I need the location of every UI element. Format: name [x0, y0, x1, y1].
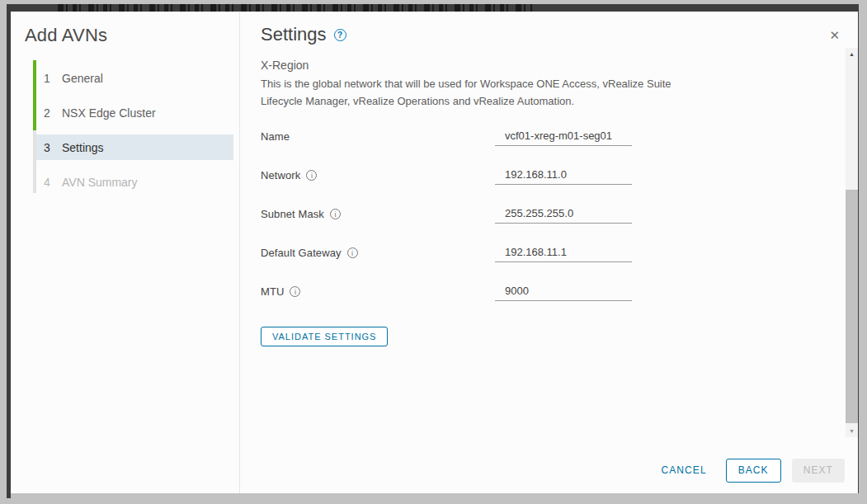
settings-panel: Settings ? X-Region This is the global n…: [240, 12, 858, 493]
background-page-text-fragment: [58, 4, 532, 12]
wizard-step-avn-summary: 4 AVN Summary: [11, 165, 239, 200]
info-icon[interactable]: i: [306, 170, 317, 181]
mtu-label: MTU: [261, 285, 284, 298]
wizard-steps: 1 General 2 NSX Edge Cluster 3 Settings …: [11, 61, 239, 200]
section-title: X-Region: [261, 59, 858, 72]
step-label: AVN Summary: [62, 176, 138, 189]
page-title-row: Settings ?: [261, 23, 858, 46]
close-icon[interactable]: ✕: [827, 27, 841, 43]
step-number: 2: [44, 106, 54, 120]
scrollbar[interactable]: ▲ ▼: [846, 48, 858, 437]
field-row-mtu: MTU i: [261, 283, 858, 303]
subnet-mask-label: Subnet Mask: [261, 208, 324, 220]
step-number: 4: [44, 176, 54, 189]
default-gateway-input[interactable]: [495, 244, 632, 262]
step-label: Settings: [62, 141, 104, 154]
field-row-subnet-mask: Subnet Mask i: [261, 205, 858, 225]
step-number: 1: [44, 72, 54, 85]
dialog-footer: CANCEL BACK NEXT: [240, 454, 858, 493]
wizard-step-settings[interactable]: 3 Settings: [36, 134, 233, 160]
modal-backdrop-edge: [7, 493, 11, 498]
settings-form: Name Network i Subnet Mask i: [261, 128, 858, 303]
info-icon[interactable]: i: [330, 209, 341, 219]
help-icon[interactable]: ?: [334, 29, 346, 41]
step-label: NSX Edge Cluster: [62, 106, 156, 120]
step-label: General: [62, 72, 103, 85]
network-label: Network: [261, 169, 300, 181]
scroll-up-icon[interactable]: ▲: [846, 48, 858, 60]
validate-settings-button[interactable]: VALIDATE SETTINGS: [261, 327, 388, 346]
scrollbar-thumb[interactable]: [846, 190, 858, 423]
info-icon[interactable]: i: [290, 286, 300, 297]
wizard-step-nsx-edge-cluster[interactable]: 2 NSX Edge Cluster: [11, 96, 239, 130]
network-input[interactable]: [495, 167, 632, 185]
cancel-button[interactable]: CANCEL: [662, 464, 707, 476]
back-button[interactable]: BACK: [726, 459, 781, 483]
section-description: This is the global network that will be …: [261, 75, 706, 110]
mtu-input[interactable]: [495, 283, 632, 301]
subnet-mask-input[interactable]: [495, 205, 632, 224]
field-row-network: Network i: [261, 167, 858, 186]
wizard-step-general[interactable]: 1 General: [11, 61, 239, 96]
step-number: 3: [44, 141, 54, 154]
next-button[interactable]: NEXT: [792, 459, 845, 483]
default-gateway-label: Default Gateway: [261, 247, 342, 259]
scroll-down-icon[interactable]: ▼: [846, 425, 858, 437]
name-label: Name: [261, 130, 290, 143]
dialog-title: Add AVNs: [11, 12, 239, 46]
page-title: Settings: [261, 24, 327, 45]
add-avns-dialog: Add AVNs 1 General 2 NSX Edge Cluster 3 …: [11, 12, 858, 493]
field-row-default-gateway: Default Gateway i: [261, 244, 858, 264]
wizard-sidebar: Add AVNs 1 General 2 NSX Edge Cluster 3 …: [11, 12, 240, 493]
name-input[interactable]: [495, 128, 632, 146]
info-icon[interactable]: i: [347, 247, 358, 258]
field-row-name: Name: [261, 128, 858, 148]
